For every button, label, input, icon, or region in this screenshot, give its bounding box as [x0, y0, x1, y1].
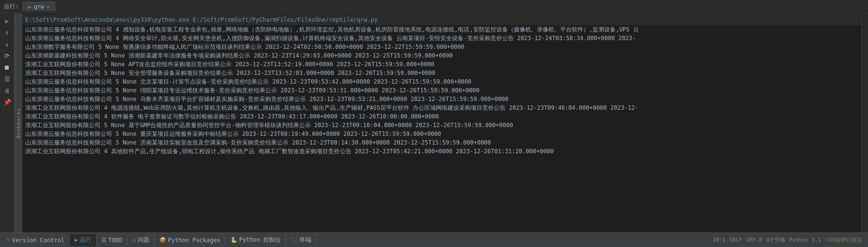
run-tab-icon: ▶: [28, 4, 31, 10]
scroll-down-button[interactable]: ↓: [2, 39, 13, 49]
path-line: E:\Soft\PromSoft\Anaconda\envs\py310\pyt…: [22, 15, 861, 25]
tab-label-1: 运行: [80, 236, 91, 244]
bottom-tab-问题[interactable]: ⚠问题: [128, 234, 155, 246]
left-toolbar: ▶ ↑ ↓ ⟳ ⏹ ☰ 🖨 📌: [0, 14, 14, 232]
bottom-bar: ⑂Version Control▶运行☰TODO⚠问题📦Python Packa…: [0, 232, 868, 247]
settings-button[interactable]: ☰: [2, 73, 13, 84]
pin-button[interactable]: 📌: [2, 97, 13, 107]
output-line: 浪潮工业互联网股份有限公司 4 其他软件产品,生产线设备,弱电工程设计,操作系统…: [22, 147, 861, 156]
tab-label-0: Version Control: [12, 237, 64, 244]
output-line: 浪潮工业互联网股份有限公司 4 电源连接线,Web应用防火墙,其他计算机主机设备…: [22, 103, 861, 112]
bookmarks-label: Bookmarks: [16, 108, 21, 138]
tab-icon-2: ☰: [101, 237, 106, 243]
charset: UTF-8: [746, 237, 762, 243]
print-button[interactable]: 🖨: [2, 85, 13, 96]
tab-label-5: Python 控制台: [239, 236, 281, 244]
output-line: 山东浪潮云服务信息科技有限公司 5 None 重庆某项目运维服务采购中标结果公示…: [22, 130, 861, 138]
output-line: 山东浪潮新基建科技有限公司 5 None 浪潮新基建常年法律服务专项采购谈判结果…: [22, 51, 861, 60]
output-line: 山东浪潮云服务信息科技有限公司 5 None 乌鲁木齐某项目平台扩容辅材及实施采…: [22, 95, 861, 103]
output-line: 山东浪潮数字服务有限公司 5 None 智惠康信多功能终端人民广场站示范项目谈判…: [22, 43, 861, 51]
bottom-tab-todo[interactable]: ☰TODO: [97, 235, 128, 246]
tab-icon-6: ⬛: [291, 237, 298, 243]
bottom-tab-version-control[interactable]: ⑂Version Control: [2, 235, 70, 246]
output-line: 山东浪潮云服务信息科技有限公司 5 None 绵阳某项目专业运维技术服务-竞价采…: [22, 86, 861, 95]
bottom-tab-终端[interactable]: ⬛终端: [286, 234, 317, 246]
tab-icon-4: 📦: [159, 237, 166, 243]
indentation: 4个空格: [766, 236, 785, 244]
run-tab-name: qrw: [34, 3, 44, 10]
run-tab[interactable]: ▶ qrw ×: [23, 2, 55, 11]
tab-label-2: TODO: [108, 237, 122, 244]
tab-icon-0: ⑂: [7, 237, 10, 243]
title-bar: 运行: ▶ qrw ×: [0, 0, 868, 14]
bottom-tab-运行[interactable]: ▶运行: [70, 234, 97, 246]
output-line: 浪潮工业互联网股份有限公司 5 None 安全管理服务设备采购项目竞价结果公示 …: [22, 69, 861, 77]
output-line: 浪潮工业互联网股份有限公司 5 None APT攻击监控组件采购项目竞价结果公示…: [22, 60, 861, 69]
tab-label-3: 问题: [138, 236, 149, 244]
output-line: 浪潮工业互联网股份有限公司 4 软件服务 电子签章验证与数字信封检验采购公告 2…: [22, 112, 861, 121]
rerun-button[interactable]: ⟳: [2, 50, 13, 61]
main-area: ▶ ↑ ↓ ⟳ ⏹ ☰ 🖨 📌 Bookmarks E:\Soft\PromSo…: [0, 14, 868, 232]
scroll-up-button[interactable]: ↑: [2, 27, 13, 38]
tab-label-6: 终端: [300, 236, 311, 244]
tab-icon-3: ⚠: [132, 237, 136, 243]
right-strip: [861, 14, 868, 232]
tab-icon-1: ▶: [74, 237, 78, 243]
bottom-tab-python-控制台[interactable]: 🐍Python 控制台: [226, 234, 287, 246]
status-right: 28:1 CRLF UTF-8 4个空格 Python 3.1 CSDN@梦幻蔚…: [713, 236, 866, 244]
run-tab-close[interactable]: ×: [47, 4, 50, 10]
output-area[interactable]: E:\Soft\PromSoft\Anaconda\envs\py310\pyt…: [22, 14, 861, 232]
output-line: 山东浪潮云服务信息科技有限公司 4 感知设备,机电安装工程专业承包,插座,网络地…: [22, 25, 861, 34]
run-label: 运行:: [4, 2, 19, 11]
line-ending: CRLF: [729, 237, 742, 243]
bottom-tabs-container: ⑂Version Control▶运行☰TODO⚠问题📦Python Packa…: [2, 234, 317, 246]
run-button[interactable]: ▶: [2, 15, 13, 26]
cursor-position: 28:1: [713, 237, 726, 243]
output-line: 山东浪潮云服务信息科技有限公司 4 网络安全审计,防火墙,安全网关堡垒机,入侵防…: [22, 34, 861, 43]
output-line: 浪潮工业互联网股份有限公司 5 None 基于GMP合规性的产品质量协同管控平台…: [22, 121, 861, 130]
output-line: 山东浪潮云服务信息科技有限公司 5 None 济南某项目实验室改造及空调采购-竞…: [22, 138, 861, 147]
output-line: 山东浪潮云服务信息科技有限公司 5 None 北京某项目-计算节点设备-竞价采购…: [22, 77, 861, 86]
tab-icon-5: 🐍: [231, 237, 237, 243]
watermark: CSDN@梦幻蔚蓝: [825, 236, 862, 244]
bookmarks-strip: Bookmarks: [14, 14, 22, 232]
python-version: Python 3.1: [789, 237, 821, 243]
output-lines-container: 山东浪潮云服务信息科技有限公司 4 感知设备,机电安装工程专业承包,插座,网络地…: [22, 25, 861, 156]
bottom-tab-python-packages[interactable]: 📦Python Packages: [155, 235, 226, 246]
tab-label-4: Python Packages: [168, 237, 220, 244]
stop-button[interactable]: ⏹: [2, 62, 13, 73]
